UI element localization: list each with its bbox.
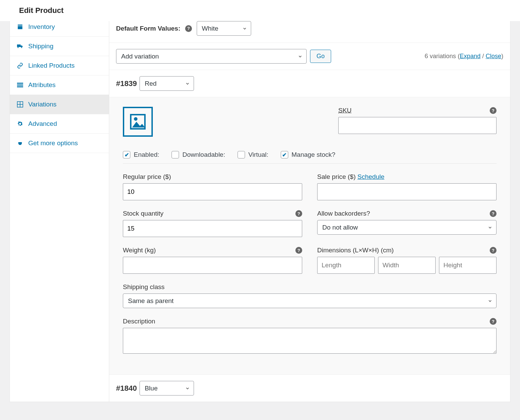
- checkbox-icon: [281, 151, 288, 158]
- sku-label: SKU: [338, 107, 352, 114]
- manage-stock-check[interactable]: Manage stock?: [281, 151, 336, 158]
- close-link[interactable]: Close: [486, 53, 501, 60]
- add-variation-select[interactable]: Add variation: [116, 49, 307, 64]
- checkbox-row: Enabled: Downloadable: Virtual: Manage s…: [123, 146, 497, 164]
- variation-panel: SKU ? Enabled: Downloadable: Virtu: [109, 97, 510, 375]
- expand-link[interactable]: Expand: [460, 53, 481, 60]
- checkbox-icon: [238, 151, 245, 158]
- page-title: Edit Product: [0, 0, 520, 21]
- variation-color-select[interactable]: Red: [140, 76, 194, 91]
- variation-image-placeholder[interactable]: [123, 107, 153, 137]
- link-icon: [17, 62, 23, 69]
- checkbox-icon: [123, 151, 130, 158]
- height-input[interactable]: [439, 257, 497, 274]
- main-panel: Default Form Values: ? White Add variati…: [109, 21, 510, 402]
- length-input[interactable]: [317, 257, 375, 274]
- go-button[interactable]: Go: [310, 50, 331, 63]
- backorders-label: Allow backorders?: [317, 210, 370, 217]
- help-icon[interactable]: ?: [185, 25, 192, 32]
- checkbox-icon: [172, 151, 179, 158]
- dimensions-label: Dimensions (L×W×H) (cm): [317, 247, 394, 254]
- width-input[interactable]: [378, 257, 436, 274]
- variation-header-2[interactable]: #1840 Blue: [109, 375, 510, 402]
- backorders-select[interactable]: Do not allow: [317, 220, 497, 235]
- sidebar-item-label: Get more options: [28, 139, 78, 147]
- help-icon[interactable]: ?: [490, 247, 497, 254]
- sidebar-item-variations[interactable]: Variations: [10, 95, 109, 114]
- inventory-icon: [17, 23, 23, 30]
- sidebar-item-label: Linked Products: [28, 62, 75, 69]
- list-icon: [17, 82, 23, 88]
- sale-price-input[interactable]: [317, 183, 497, 200]
- regular-price-input[interactable]: [123, 183, 302, 200]
- sidebar-item-attributes[interactable]: Attributes: [10, 75, 109, 95]
- sidebar-item-label: Advanced: [28, 120, 57, 128]
- sidebar-item-label: Inventory: [28, 23, 55, 31]
- stock-qty-input[interactable]: [123, 220, 302, 237]
- variation-id: #1839: [116, 79, 137, 88]
- sidebar-item-linked[interactable]: Linked Products: [10, 56, 109, 75]
- sidebar-item-more[interactable]: Get more options: [10, 134, 109, 153]
- variation-header[interactable]: #1839 Red: [109, 70, 510, 97]
- enabled-check[interactable]: Enabled:: [123, 151, 159, 158]
- grid-icon: [17, 101, 23, 108]
- weight-input[interactable]: [123, 257, 302, 274]
- sidebar-item-label: Shipping: [28, 43, 53, 50]
- plug-icon: [17, 140, 23, 147]
- help-icon[interactable]: ?: [295, 210, 302, 217]
- variation-color-select[interactable]: Blue: [140, 381, 194, 396]
- svg-rect-0: [17, 83, 23, 84]
- variation-id: #1840: [116, 384, 137, 393]
- shipping-class-select[interactable]: Same as parent: [123, 293, 497, 308]
- shipping-class-label: Shipping class: [123, 283, 165, 291]
- sidebar-item-inventory[interactable]: Inventory: [10, 21, 109, 37]
- virtual-check[interactable]: Virtual:: [238, 151, 269, 158]
- help-icon[interactable]: ?: [490, 107, 497, 114]
- default-form-label: Default Form Values:: [116, 25, 180, 32]
- sidebar-item-label: Attributes: [28, 81, 55, 89]
- description-label: Description: [123, 318, 155, 325]
- default-form-select[interactable]: White: [197, 21, 251, 36]
- gear-icon: [17, 120, 23, 127]
- downloadable-check[interactable]: Downloadable:: [172, 151, 225, 158]
- variation-count: 6 variations (Expand / Close): [425, 53, 503, 60]
- stock-qty-label: Stock quantity: [123, 210, 163, 217]
- description-textarea[interactable]: [123, 328, 497, 354]
- default-form-row: Default Form Values: ? White: [109, 21, 510, 43]
- regular-price-label: Regular price ($): [123, 173, 171, 181]
- sidebar-item-shipping[interactable]: Shipping: [10, 37, 109, 56]
- sidebar-item-advanced[interactable]: Advanced: [10, 114, 109, 134]
- sale-price-label: Sale price ($): [317, 173, 356, 180]
- help-icon[interactable]: ?: [295, 247, 302, 254]
- sku-input[interactable]: [338, 117, 497, 134]
- svg-rect-2: [17, 86, 23, 87]
- schedule-link[interactable]: Schedule: [357, 173, 384, 180]
- weight-label: Weight (kg): [123, 247, 156, 254]
- svg-rect-1: [17, 85, 23, 86]
- help-icon[interactable]: ?: [490, 318, 497, 325]
- svg-point-7: [134, 117, 137, 120]
- help-icon[interactable]: ?: [490, 210, 497, 217]
- truck-icon: [17, 43, 23, 50]
- variations-toolbar: Add variation Go 6 variations (Expand / …: [109, 43, 510, 70]
- sidebar: Inventory Shipping Linked Products Attri…: [10, 21, 109, 402]
- sidebar-item-label: Variations: [28, 101, 56, 108]
